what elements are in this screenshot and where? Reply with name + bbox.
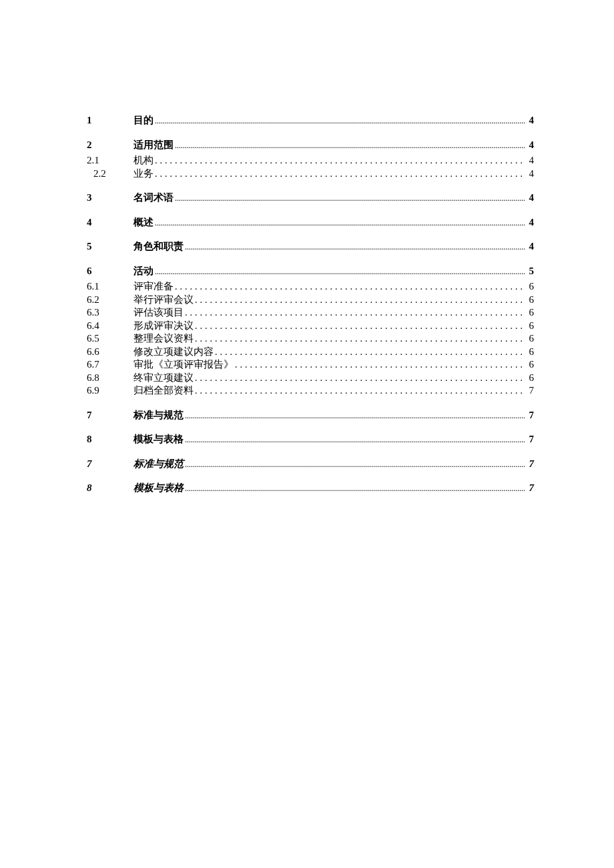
- toc-leader: [195, 320, 525, 332]
- toc-page: 4: [526, 154, 534, 167]
- toc-leader: [155, 168, 525, 180]
- toc-leader: [185, 435, 525, 446]
- toc-number: 6.2: [87, 294, 133, 307]
- toc-title: 适用范围: [133, 138, 174, 151]
- toc-number: 2.1: [87, 154, 133, 167]
- toc-page: 5: [526, 265, 534, 278]
- toc-title: 标准与规范: [133, 408, 184, 422]
- toc-entry-8-italic: 8 模板与表格 7: [87, 481, 534, 495]
- toc-leader: [195, 385, 525, 397]
- toc-page: 6: [526, 358, 534, 372]
- toc-number: 2: [87, 139, 133, 152]
- toc-entry-4: 4 概述 4: [87, 215, 534, 230]
- toc-title: 角色和职责: [133, 240, 184, 253]
- toc-title: 评估该项目: [133, 306, 184, 320]
- toc-entry-6-4: 6.4 形成评审决议 6: [87, 320, 534, 333]
- toc-number: 6.8: [87, 372, 133, 385]
- toc-number: 6.6: [87, 346, 133, 359]
- toc-entry-3: 3 名词术语 4: [87, 191, 534, 205]
- toc-title: 举行评审会议: [133, 294, 194, 307]
- toc-page: 6: [526, 280, 534, 294]
- toc-leader: [185, 484, 525, 494]
- toc-page: 6: [526, 294, 534, 307]
- toc-title: 形成评审决议: [133, 320, 194, 333]
- toc-leader: [175, 281, 525, 293]
- toc-title: 活动: [133, 264, 154, 278]
- toc-entry-7: 7 标准与规范 7: [87, 408, 534, 422]
- toc-leader: [185, 242, 525, 253]
- toc-number: 6.1: [87, 280, 133, 294]
- toc-entry-2-2: 2.2 业务 4: [87, 167, 534, 181]
- toc-leader: [155, 155, 525, 167]
- toc-leader: [175, 193, 525, 204]
- toc-entry-6-8: 6.8 终审立项建议 6: [87, 372, 534, 385]
- toc-entry-6-3: 6.3 评估该项目 6: [87, 306, 534, 320]
- toc-page: 4: [526, 139, 534, 152]
- toc-leader: [195, 372, 525, 384]
- toc-leader: [195, 333, 525, 345]
- toc-number: 6.5: [87, 332, 133, 346]
- toc-page: 7: [526, 409, 534, 422]
- toc-number: 3: [87, 191, 133, 205]
- toc-page: 4: [526, 216, 534, 230]
- toc-page: 7: [526, 433, 534, 446]
- toc-page: 7: [526, 384, 534, 398]
- toc-number: 1: [87, 114, 133, 127]
- toc-entry-2-1: 2.1 机构 4: [87, 154, 534, 167]
- toc-title: 概述: [133, 215, 154, 229]
- toc-title: 审批《立项评审报告》: [133, 358, 234, 372]
- toc-leader: [195, 294, 525, 306]
- toc-leader: [155, 218, 525, 229]
- toc-entry-1: 1 目的 4: [87, 113, 534, 127]
- toc-number: 6.9: [87, 384, 133, 398]
- toc-leader: [235, 359, 525, 371]
- toc-title: 终审立项建议: [133, 372, 194, 385]
- toc-title: 名词术语: [133, 191, 174, 204]
- toc-title: 归档全部资料: [133, 384, 194, 398]
- toc-number: 8: [87, 482, 133, 495]
- toc-entry-5: 5 角色和职责 4: [87, 240, 534, 254]
- toc-title: 评审准备: [133, 280, 174, 294]
- table-of-contents: 1 目的 4 2 适用范围 4 2.1 机构 4 2.2 业务 4 3 名词术语…: [87, 113, 534, 495]
- toc-entry-6-9: 6.9 归档全部资料 7: [87, 384, 534, 398]
- toc-number: 8: [87, 433, 133, 446]
- toc-page: 6: [526, 332, 534, 346]
- toc-leader: [155, 116, 525, 127]
- toc-page: 4: [526, 114, 534, 127]
- toc-entry-6-2: 6.2 举行评审会议 6: [87, 294, 534, 307]
- toc-number: 6.7: [87, 358, 133, 372]
- toc-number: 2.2: [87, 167, 133, 181]
- toc-leader: [215, 346, 525, 358]
- toc-number: 7: [87, 458, 133, 471]
- toc-page: 6: [526, 372, 534, 385]
- toc-number: 7: [87, 409, 133, 422]
- toc-entry-6-1: 6.1 评审准备 6: [87, 280, 534, 294]
- toc-entry-8: 8 模板与表格 7: [87, 432, 534, 446]
- toc-entry-6-7: 6.7 审批《立项评审报告》 6: [87, 358, 534, 372]
- toc-entry-6: 6 活动 5: [87, 264, 534, 278]
- toc-number: 6: [87, 265, 133, 278]
- toc-entry-6-6: 6.6 修改立项建议内容 6: [87, 346, 534, 359]
- toc-page: 6: [526, 346, 534, 359]
- toc-page: 4: [526, 191, 534, 205]
- toc-title: 模板与表格: [133, 481, 184, 494]
- toc-title: 目的: [133, 113, 154, 127]
- toc-title: 业务: [133, 167, 154, 181]
- toc-number: 4: [87, 216, 133, 230]
- toc-page: 6: [526, 306, 534, 320]
- toc-title: 标准与规范: [133, 457, 184, 470]
- toc-number: 6.4: [87, 320, 133, 333]
- toc-leader: [155, 267, 525, 278]
- toc-leader: [185, 307, 525, 319]
- toc-title: 修改立项建议内容: [133, 346, 214, 359]
- toc-page: 7: [526, 482, 534, 495]
- toc-page: 6: [526, 320, 534, 333]
- toc-page: 7: [526, 458, 534, 471]
- toc-title: 机构: [133, 154, 154, 167]
- toc-leader: [175, 141, 525, 151]
- toc-title: 整理会议资料: [133, 332, 194, 346]
- toc-page: 4: [526, 240, 534, 254]
- toc-entry-2: 2 适用范围 4: [87, 138, 534, 152]
- toc-entry-7-italic: 7 标准与规范 7: [87, 457, 534, 471]
- toc-number: 6.3: [87, 306, 133, 320]
